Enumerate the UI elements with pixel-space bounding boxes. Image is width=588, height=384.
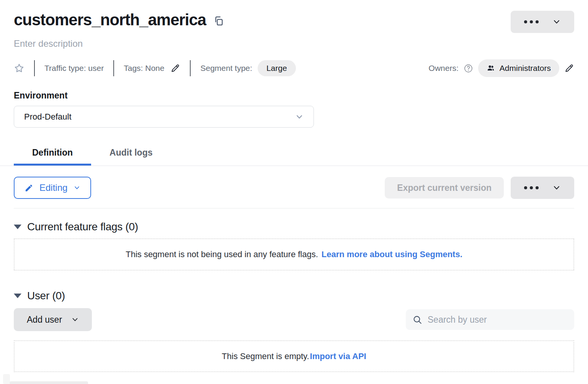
environment-select[interactable]: Prod-Default — [14, 106, 314, 128]
meta-row: Traffic type: user Tags: None Segment ty… — [14, 59, 574, 77]
feature-flags-section-toggle[interactable]: Current feature flags (0) — [14, 221, 574, 233]
user-search-box — [406, 309, 574, 330]
divider — [14, 208, 574, 208]
tab-bar: Definition Audit logs — [0, 141, 588, 166]
toolbar: Editing Export current version — [14, 177, 574, 199]
chevron-down-icon — [71, 316, 79, 323]
tags-label: Tags: None — [124, 64, 164, 73]
edit-owners-icon[interactable] — [564, 63, 574, 73]
segment-type-badge: Large — [258, 60, 296, 76]
chevron-down-icon — [552, 184, 561, 192]
ellipsis-icon — [524, 186, 539, 189]
ellipsis-icon — [524, 20, 539, 23]
search-by-user-input[interactable] — [428, 315, 567, 325]
owners-pill[interactable]: Administrators — [478, 59, 559, 77]
chevron-down-icon — [552, 18, 561, 26]
segment-empty-text: This Segment is empty. — [222, 351, 309, 361]
help-circle-icon[interactable] — [464, 64, 473, 73]
user-controls-row: Add user — [14, 308, 574, 331]
feature-flags-empty-state: This segment is not being used in any fe… — [14, 238, 574, 271]
search-icon — [413, 315, 422, 325]
page-header: customers_north_america — [14, 0, 574, 33]
owners-value: Administrators — [500, 64, 551, 73]
page-title: customers_north_america — [14, 11, 206, 29]
environment-selected-value: Prod-Default — [24, 112, 72, 122]
pencil-icon — [24, 184, 33, 192]
description-placeholder[interactable]: Enter description — [14, 38, 574, 49]
traffic-type-label: Traffic type: user — [44, 64, 104, 73]
toolbar-more-options-button[interactable] — [511, 177, 574, 199]
triangle-down-icon — [14, 294, 21, 298]
environment-label: Environment — [14, 90, 574, 101]
export-current-version-button[interactable]: Export current version — [385, 177, 504, 199]
user-section-toggle[interactable]: User (0) — [14, 290, 574, 302]
partial-element — [3, 374, 10, 384]
edit-tags-icon[interactable] — [170, 63, 180, 73]
learn-more-link[interactable]: Learn more about using Segments. — [322, 249, 462, 259]
favorite-star-icon[interactable] — [14, 63, 24, 74]
user-heading: User (0) — [27, 290, 65, 302]
people-icon — [487, 64, 495, 72]
divider — [190, 60, 191, 76]
add-user-label: Add user — [27, 315, 62, 325]
feature-flags-heading: Current feature flags (0) — [27, 221, 138, 233]
partial-element — [10, 381, 88, 384]
segment-type-label: Segment type: — [200, 64, 252, 73]
tab-definition[interactable]: Definition — [14, 141, 91, 166]
divider — [34, 60, 35, 76]
add-user-button[interactable]: Add user — [14, 308, 92, 331]
tab-audit-logs[interactable]: Audit logs — [91, 141, 171, 166]
editing-mode-button[interactable]: Editing — [14, 177, 91, 199]
chevron-down-icon — [74, 184, 80, 191]
chevron-down-icon — [295, 113, 304, 121]
triangle-down-icon — [14, 225, 21, 229]
owners-label: Owners: — [429, 64, 459, 73]
divider — [113, 60, 114, 76]
editing-label: Editing — [39, 182, 67, 193]
segment-empty-state: This Segment is empty. Import via API — [14, 340, 574, 372]
header-more-options-button[interactable] — [511, 11, 574, 33]
import-via-api-link[interactable]: Import via API — [310, 351, 366, 361]
feature-flags-empty-text: This segment is not being used in any fe… — [126, 249, 318, 259]
copy-icon[interactable] — [214, 16, 224, 26]
